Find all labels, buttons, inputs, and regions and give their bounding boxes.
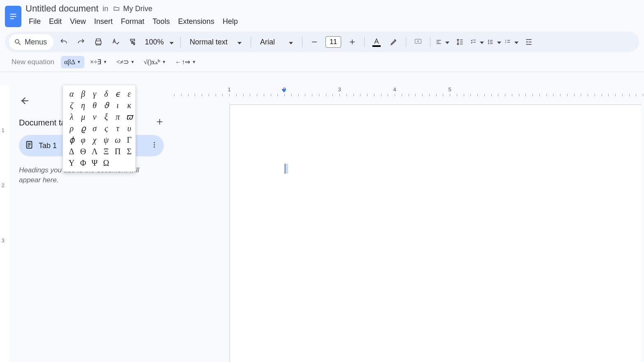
greek-symbol[interactable]: β: [78, 88, 88, 99]
font-size-input[interactable]: [325, 36, 341, 48]
paragraph-style-value: Normal text: [190, 38, 228, 46]
greek-symbol[interactable]: μ: [78, 111, 88, 122]
decrease-indent-button[interactable]: [522, 35, 536, 49]
increase-font-size-button[interactable]: [345, 35, 359, 49]
main-toolbar: Menus 100% Normal text Arial 12: [5, 32, 639, 52]
greek-symbol[interactable]: ξ: [101, 111, 112, 122]
menu-extensions[interactable]: Extensions: [175, 16, 218, 28]
folder-icon: [112, 5, 121, 12]
docs-app-icon[interactable]: [5, 6, 21, 27]
search-menus[interactable]: Menus: [9, 34, 53, 50]
tab-more-button[interactable]: [151, 141, 158, 150]
print-button[interactable]: [91, 35, 105, 49]
undo-button[interactable]: [57, 35, 71, 49]
greek-symbol[interactable]: ϑ: [101, 100, 112, 111]
greek-symbol[interactable]: δ: [101, 88, 112, 99]
greek-symbol[interactable]: Γ: [124, 135, 135, 145]
menu-tools[interactable]: Tools: [149, 16, 173, 28]
greek-symbol[interactable]: θ: [89, 100, 100, 111]
greek-symbol[interactable]: Υ: [66, 158, 77, 168]
greek-symbol[interactable]: ϕ: [66, 135, 77, 145]
greek-symbol[interactable]: ϖ: [124, 111, 135, 122]
greek-symbol[interactable]: Π: [112, 146, 123, 157]
menu-help[interactable]: Help: [219, 16, 241, 28]
greek-symbol[interactable]: Ψ: [89, 158, 100, 168]
greek-symbol[interactable]: ω: [112, 135, 123, 145]
decrease-font-size-button[interactable]: [307, 35, 321, 49]
equation-math-dropdown[interactable]: √()xₐᵇ▼: [140, 56, 169, 68]
greek-symbol[interactable]: ϱ: [78, 123, 88, 134]
greek-symbol[interactable]: φ: [78, 135, 88, 145]
redo-button[interactable]: [74, 35, 88, 49]
greek-symbol[interactable]: γ: [89, 88, 100, 99]
equation-greek-dropdown[interactable]: αβΔ▼: [61, 56, 84, 68]
greek-letters-panel: αβγδϵεζηθϑικλμνξπϖρϱσςτυϕφχψωΓΔΘΛΞΠΣΥΦΨΩ: [63, 85, 136, 172]
menu-file[interactable]: File: [26, 16, 44, 28]
chevron-down-icon: [443, 38, 449, 46]
document-title[interactable]: Untitled document: [26, 3, 98, 14]
new-equation-button[interactable]: New equation: [7, 56, 58, 69]
checklist-dropdown[interactable]: [470, 35, 484, 49]
greek-symbol[interactable]: ζ: [66, 100, 77, 111]
paint-format-button[interactable]: [126, 35, 140, 49]
add-tab-button[interactable]: [156, 118, 164, 128]
greek-symbol[interactable]: Λ: [89, 146, 100, 157]
greek-symbol[interactable]: σ: [89, 123, 100, 134]
greek-symbol[interactable]: ι: [112, 100, 123, 111]
svg-rect-2: [10, 18, 14, 19]
bulleted-list-dropdown[interactable]: [487, 35, 501, 49]
greek-symbol[interactable]: χ: [89, 135, 100, 145]
document-page[interactable]: [230, 104, 641, 362]
separator: [406, 37, 406, 47]
separator: [251, 37, 251, 47]
svg-rect-0: [10, 14, 16, 14]
greek-symbol[interactable]: ρ: [66, 123, 77, 134]
greek-symbol[interactable]: α: [66, 88, 77, 99]
line-spacing-button[interactable]: [453, 35, 467, 49]
greek-symbol[interactable]: ϵ: [112, 88, 123, 99]
add-comment-button[interactable]: [411, 35, 425, 49]
chevron-down-icon: [477, 38, 484, 46]
greek-symbol[interactable]: π: [112, 111, 123, 122]
greek-symbol[interactable]: τ: [112, 123, 123, 134]
greek-symbol[interactable]: Σ: [124, 146, 135, 157]
greek-symbol[interactable]: ν: [89, 111, 100, 122]
menu-view[interactable]: View: [67, 16, 89, 28]
greek-symbol[interactable]: Φ: [78, 158, 88, 168]
vertical-ruler[interactable]: 123: [0, 86, 9, 362]
greek-symbol[interactable]: υ: [124, 123, 135, 134]
greek-symbol[interactable]: κ: [124, 100, 135, 111]
separator: [180, 37, 181, 47]
greek-symbol[interactable]: ς: [101, 123, 112, 134]
greek-symbol[interactable]: ψ: [101, 135, 112, 145]
zoom-dropdown[interactable]: 100%: [143, 38, 175, 46]
separator: [430, 37, 430, 47]
greek-symbol[interactable]: Ξ: [101, 146, 112, 157]
text-color-button[interactable]: [370, 35, 384, 49]
tab-page-icon: [25, 140, 34, 151]
greek-symbol[interactable]: λ: [66, 111, 77, 122]
spellcheck-button[interactable]: [109, 35, 123, 49]
equation-relations-dropdown[interactable]: <≠⊃▼: [113, 56, 138, 68]
highlight-color-button[interactable]: [387, 35, 401, 49]
font-family-dropdown[interactable]: Arial: [256, 38, 297, 46]
equation-operators-dropdown[interactable]: ×÷∃▼: [87, 56, 111, 68]
align-dropdown[interactable]: [435, 35, 449, 49]
greek-symbol[interactable]: Ω: [101, 158, 112, 168]
greek-symbol[interactable]: η: [78, 100, 88, 111]
greek-symbol[interactable]: Δ: [66, 146, 77, 157]
menu-edit[interactable]: Edit: [46, 16, 65, 28]
vruler-number: 1: [2, 128, 5, 133]
equation-arrows-dropdown[interactable]: ←↑⇒▼: [172, 56, 199, 68]
chevron-down-icon: [167, 38, 174, 46]
menu-insert[interactable]: Insert: [91, 16, 116, 28]
greek-symbol[interactable]: Θ: [78, 146, 88, 157]
collapse-outline-button[interactable]: [19, 95, 30, 108]
greek-symbol[interactable]: ε: [124, 88, 135, 99]
chevron-down-icon: [235, 38, 242, 46]
paragraph-style-dropdown[interactable]: Normal text: [186, 38, 246, 46]
numbered-list-dropdown[interactable]: 12: [505, 35, 518, 49]
location-folder[interactable]: My Drive: [112, 5, 152, 13]
separator: [302, 37, 302, 47]
menu-format[interactable]: Format: [118, 16, 148, 28]
